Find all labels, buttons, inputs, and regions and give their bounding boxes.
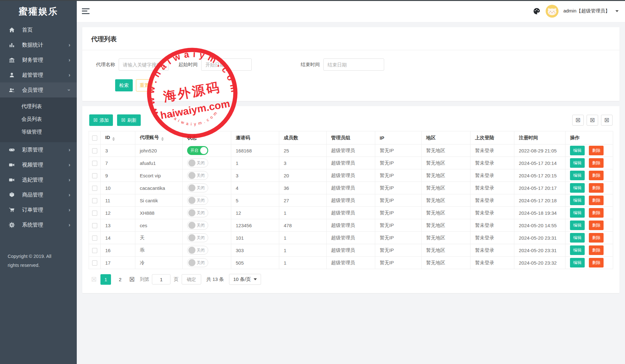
row-checkbox[interactable] [92,211,97,216]
goto-page-input[interactable] [152,274,170,284]
sort-icon[interactable] [161,137,164,141]
table-tool-button-3[interactable]: ☒ [601,115,613,126]
edit-button[interactable]: 编辑 [570,183,585,193]
status-toggle-off[interactable]: 关闭 [187,246,208,255]
cell-area: 暂无地区 [422,157,471,169]
row-checkbox[interactable] [92,236,97,241]
cell-id: 14 [101,232,135,244]
sidebar-toggle-button[interactable] [82,8,91,15]
chevron-right-icon: › [68,177,70,182]
sidebar-item-数据统计[interactable]: 数据统计› [0,37,77,52]
row-checkbox[interactable] [92,173,97,178]
reset-button[interactable]: 重置 [136,79,153,91]
edit-button[interactable]: 编辑 [570,221,585,230]
start-date-input[interactable] [201,58,252,71]
sidebar-subitem-等级管理[interactable]: 等级管理 [0,126,77,138]
cell-last-login: 暂未登录 [471,194,514,207]
cell-id: 10 [101,182,135,194]
sidebar-item-系统管理[interactable]: 系统管理› [0,217,77,232]
row-checkbox[interactable] [92,223,97,228]
add-button[interactable]: ☒ 添加 [89,114,113,126]
delete-button[interactable]: 删除 [589,196,604,205]
cell-reg-time: 2024-05-20 23:32 [514,257,566,269]
row-checkbox[interactable] [92,260,97,266]
sidebar-subitem-会员列表[interactable]: 会员列表 [0,113,77,126]
edit-button[interactable]: 编辑 [570,158,585,168]
status-toggle-off[interactable]: 关闭 [187,196,208,205]
user-menu-caret-icon[interactable] [615,10,619,12]
prev-page-button[interactable]: ☒ [91,276,97,283]
edit-button[interactable]: 编辑 [570,245,585,255]
sidebar-item-彩票管理[interactable]: 彩票管理› [0,142,77,157]
row-checkbox[interactable] [92,198,97,203]
sidebar-item-首页[interactable]: 首页 [0,22,77,37]
table-row: 3 john520 开启 168168 25 超级管理员 暂无IP 暂无地区 暂… [89,144,613,157]
status-toggle-off[interactable]: 关闭 [187,233,208,242]
user-avatar[interactable] [546,5,558,18]
chart-icon [9,42,15,48]
edit-button[interactable]: 编辑 [570,196,585,205]
cell-id: 13 [101,219,135,232]
delete-button[interactable]: 删除 [589,158,604,168]
cell-account: 天 [135,232,183,244]
cell-members: 20 [279,169,327,182]
cell-account: 冷 [135,257,183,269]
agent-table: ID 代理账号 状态 邀请码 成员数 管理员组 IP 地区 上次登陆 注册时间 … [89,131,613,269]
refresh-button[interactable]: ☒ 刷新 [117,114,141,126]
status-toggle-off[interactable]: 关闭 [187,171,208,180]
select-all-checkbox[interactable] [92,136,97,141]
edit-button[interactable]: 编辑 [570,233,585,243]
column-header-id[interactable]: ID [101,131,135,144]
status-toggle-off[interactable]: 关闭 [187,258,208,267]
cell-group: 超级管理员 [327,157,375,169]
agent-name-label: 代理名称 [96,62,115,68]
column-header-account[interactable]: 代理账号 [135,131,183,144]
edit-button[interactable]: 编辑 [570,258,585,267]
edit-button[interactable]: 编辑 [570,146,585,155]
cell-id: 3 [101,144,135,157]
table-tool-button-2[interactable]: ☒ [587,115,598,126]
end-date-input[interactable] [323,58,384,71]
page-number-button[interactable]: 1 [100,274,111,285]
sidebar-item-订单管理[interactable]: 订单管理› [0,202,77,217]
sidebar-subitem-代理列表[interactable]: 代理列表 [0,100,77,113]
delete-button[interactable]: 删除 [589,146,604,155]
status-toggle-off[interactable]: 关闭 [187,183,208,192]
delete-button[interactable]: 删除 [589,183,604,193]
next-page-button[interactable]: ☒ [129,276,135,283]
row-checkbox[interactable] [92,148,97,153]
delete-button[interactable]: 删除 [589,258,604,267]
row-checkbox[interactable] [92,161,97,166]
sidebar-item-视频管理[interactable]: 视频管理› [0,157,77,172]
delete-button[interactable]: 删除 [589,221,604,230]
delete-button[interactable]: 删除 [589,245,604,255]
delete-button[interactable]: 删除 [589,171,604,180]
sidebar-item-商品管理[interactable]: 商品管理› [0,187,77,202]
cell-account: XH888 [135,207,183,219]
sidebar-item-财务管理[interactable]: 财务管理› [0,52,77,67]
table-tool-button-1[interactable]: ☒ [572,115,584,126]
per-page-select[interactable]: 10 条/页 [229,274,261,285]
search-button[interactable]: 检索 [115,79,133,91]
sort-icon[interactable] [112,137,115,141]
row-checkbox[interactable] [92,248,97,253]
goto-confirm-button[interactable]: 确定 [182,274,201,284]
delete-button[interactable]: 删除 [589,208,604,218]
sidebar-item-会员管理[interactable]: 会员管理› [0,82,77,97]
status-toggle-off[interactable]: 关闭 [187,159,208,167]
cell-area: 暂无地区 [422,207,471,219]
user-name[interactable]: admin【超级管理员】 [563,8,610,14]
status-toggle-off[interactable]: 关闭 [187,221,208,230]
agent-name-input[interactable] [119,58,169,71]
sidebar-item-选妃管理[interactable]: 选妃管理› [0,172,77,187]
row-checkbox[interactable] [92,186,97,191]
delete-button[interactable]: 删除 [589,233,604,243]
page-number-button[interactable]: 2 [115,274,125,285]
status-toggle-off[interactable]: 关闭 [187,208,208,217]
edit-button[interactable]: 编辑 [570,171,585,180]
status-toggle-on[interactable]: 开启 [187,146,208,155]
edit-button[interactable]: 编辑 [570,208,585,218]
theme-palette-icon[interactable] [533,7,541,15]
cell-invite: 4 [231,182,279,194]
sidebar-item-超管管理[interactable]: 超管管理› [0,67,77,82]
